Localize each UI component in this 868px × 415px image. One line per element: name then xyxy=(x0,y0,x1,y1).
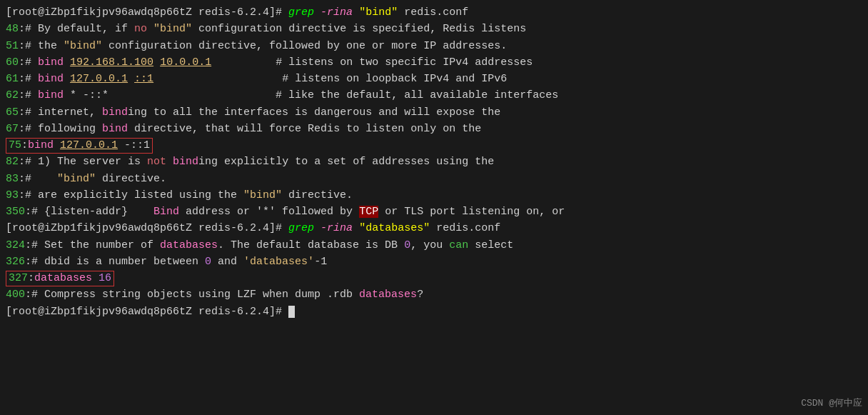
line-48: 48:# By default, if no "bind" configurat… xyxy=(6,21,862,37)
line-83: 83:# "bind" directive. xyxy=(6,171,862,187)
line-60: 60:# bind 192.168.1.100 10.0.0.1 # liste… xyxy=(6,54,862,71)
line-400: 400:# Compress string objects using LZF … xyxy=(6,286,862,303)
line-326: 326:# dbid is a number between 0 and 'da… xyxy=(6,254,862,270)
line-324: 324:# Set the number of databases. The d… xyxy=(6,237,862,254)
line-82: 82:# 1) The server is not binding explic… xyxy=(6,154,862,170)
terminal: [root@iZbp1fikjpv96awdq8p66tZ redis-6.2.… xyxy=(0,0,868,415)
line-65: 65:# internet, binding to all the interf… xyxy=(6,104,862,121)
line-62: 62:# bind * -::* # like the default, all… xyxy=(6,87,862,104)
line-93: 93:# are explicitly listed using the "bi… xyxy=(6,187,862,204)
line-75: 75:bind 127.0.0.1 -::1 xyxy=(6,137,862,154)
line-350: 350:# {listen-addr} Bind address or '*' … xyxy=(6,204,862,220)
line-61: 61:# bind 127.0.0.1 ::1 # listens on loo… xyxy=(6,71,862,87)
watermark: CSDN @何中应 xyxy=(801,396,862,411)
prompt-line-3: [root@iZbp1fikjpv96awdq8p66tZ redis-6.2.… xyxy=(6,304,862,320)
prompt-line-1: [root@iZbp1fikjpv96awdq8p66tZ redis-6.2.… xyxy=(6,4,862,21)
line-67: 67:# following bind directive, that will… xyxy=(6,121,862,137)
prompt-line-2: [root@iZbp1fikjpv96awdq8p66tZ redis-6.2.… xyxy=(6,220,862,236)
line-327: 327:databases 16 xyxy=(6,270,862,286)
line-51: 51:# the "bind" configuration directive,… xyxy=(6,38,862,54)
